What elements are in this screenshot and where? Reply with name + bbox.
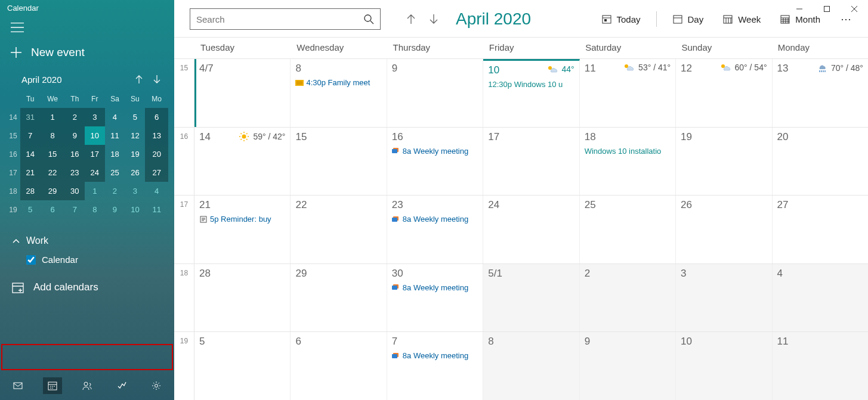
day-cell[interactable]: 18Windows 10 installatio bbox=[580, 128, 676, 196]
day-view-button[interactable]: Day bbox=[666, 11, 710, 27]
mini-cal-day[interactable]: 22 bbox=[40, 163, 64, 182]
mini-cal-day[interactable]: 28 bbox=[20, 182, 40, 200]
mini-cal-day[interactable]: 30 bbox=[65, 182, 85, 200]
next-period-button[interactable] bbox=[425, 11, 443, 27]
calendar-checkbox-row[interactable]: Calendar bbox=[10, 250, 174, 269]
search-box[interactable] bbox=[190, 8, 381, 30]
mini-cal-day[interactable]: 8 bbox=[85, 200, 104, 219]
mini-cal-day[interactable]: 11 bbox=[145, 200, 168, 219]
day-cell[interactable]: 308a Weekly meeting bbox=[387, 264, 483, 332]
calendar-event[interactable]: 8a Weekly meeting bbox=[392, 215, 478, 224]
mini-cal-day[interactable]: 10 bbox=[85, 126, 104, 145]
people-button[interactable] bbox=[78, 377, 97, 394]
day-cell[interactable]: 9 bbox=[387, 59, 483, 127]
hamburger-button[interactable] bbox=[0, 16, 174, 38]
mini-cal-day[interactable]: 4 bbox=[145, 182, 168, 200]
mini-cal-day[interactable]: 2 bbox=[65, 108, 85, 126]
mini-cal-day[interactable]: 19 bbox=[125, 145, 145, 163]
mini-cal-day[interactable]: 3 bbox=[125, 182, 145, 200]
mini-cal-day[interactable]: 2 bbox=[105, 182, 125, 200]
mini-cal-day[interactable]: 1 bbox=[85, 182, 104, 200]
day-cell[interactable]: 29 bbox=[291, 264, 387, 332]
prev-period-button[interactable] bbox=[402, 11, 420, 27]
mini-cal-day[interactable]: 11 bbox=[105, 126, 125, 145]
mini-cal-day[interactable]: 16 bbox=[65, 145, 85, 163]
day-cell[interactable]: 22 bbox=[291, 196, 387, 263]
day-cell[interactable]: 3 bbox=[676, 264, 772, 332]
day-cell[interactable]: 20 bbox=[773, 128, 868, 196]
mini-cal-day[interactable]: 14 bbox=[20, 145, 40, 163]
mini-cal-day[interactable]: 6 bbox=[40, 200, 64, 219]
day-cell[interactable]: 28 bbox=[194, 264, 291, 332]
mini-cal-day[interactable]: 21 bbox=[20, 163, 40, 182]
new-event-button[interactable]: New event bbox=[0, 38, 174, 70]
day-cell[interactable]: 24 bbox=[483, 196, 579, 263]
mini-cal-day[interactable]: 5 bbox=[125, 108, 145, 126]
day-cell[interactable]: 9 bbox=[580, 332, 676, 400]
mini-cal-day[interactable]: 8 bbox=[40, 126, 64, 145]
day-cell[interactable]: 25 bbox=[580, 196, 676, 263]
mini-cal-day[interactable]: 4 bbox=[105, 108, 125, 126]
mini-cal-day[interactable]: 31 bbox=[20, 108, 40, 126]
mini-cal-day[interactable]: 7 bbox=[20, 126, 40, 145]
mini-cal-day[interactable]: 25 bbox=[105, 163, 125, 182]
mini-cal-day[interactable]: 3 bbox=[85, 108, 104, 126]
mini-cal-day[interactable]: 1 bbox=[40, 108, 64, 126]
mini-cal-day[interactable]: 6 bbox=[145, 108, 168, 126]
calendar-checkbox[interactable] bbox=[26, 255, 36, 265]
day-cell[interactable]: 27 bbox=[773, 196, 868, 263]
mini-cal-day[interactable]: 26 bbox=[125, 163, 145, 182]
mail-button[interactable] bbox=[8, 377, 27, 394]
maximize-button[interactable] bbox=[813, 0, 841, 18]
add-calendars-button[interactable]: Add calendars bbox=[2, 275, 172, 299]
settings-button[interactable] bbox=[147, 377, 166, 394]
day-cell[interactable]: 2 bbox=[580, 264, 676, 332]
day-cell[interactable]: 11 bbox=[773, 332, 868, 400]
mini-cal-day[interactable]: 9 bbox=[105, 200, 125, 219]
mini-cal-day[interactable]: 18 bbox=[105, 145, 125, 163]
mini-calendar[interactable]: TuWeThFrSaSuMo14311234561578910111213161… bbox=[0, 91, 174, 219]
close-button[interactable] bbox=[841, 0, 868, 18]
calendar-event[interactable]: Windows 10 installatio bbox=[585, 147, 671, 156]
mini-cal-day[interactable]: 17 bbox=[85, 145, 104, 163]
day-cell[interactable]: 5 bbox=[194, 332, 291, 400]
mini-cal-prev[interactable] bbox=[130, 72, 148, 86]
mini-cal-day[interactable]: 15 bbox=[40, 145, 64, 163]
mini-cal-day[interactable]: 10 bbox=[125, 200, 145, 219]
mini-cal-day[interactable]: 13 bbox=[145, 126, 168, 145]
day-cell[interactable]: 10 bbox=[676, 332, 772, 400]
week-view-button[interactable]: Week bbox=[716, 11, 767, 27]
mini-cal-day[interactable]: 20 bbox=[145, 145, 168, 163]
calendar-event[interactable]: 5p Reminder: buy bbox=[199, 215, 285, 224]
day-cell[interactable]: 1370° / 48° bbox=[773, 59, 868, 127]
calendar-event[interactable]: 8a Weekly meeting bbox=[392, 283, 478, 292]
day-cell[interactable]: 1153° / 41° bbox=[580, 59, 676, 127]
mini-cal-day[interactable]: 7 bbox=[65, 200, 85, 219]
account-toggle[interactable]: Work bbox=[10, 232, 174, 250]
mini-cal-day[interactable]: 5 bbox=[20, 200, 40, 219]
day-cell[interactable]: 238a Weekly meeting bbox=[387, 196, 483, 263]
day-cell[interactable]: 215p Reminder: buy bbox=[194, 196, 291, 263]
calendar-event[interactable]: 12:30p Windows 10 u bbox=[488, 80, 574, 89]
day-cell[interactable]: 26 bbox=[676, 196, 772, 263]
day-cell[interactable]: 17 bbox=[483, 128, 579, 196]
day-cell[interactable]: 4/7 bbox=[194, 59, 291, 127]
mini-cal-day[interactable]: 27 bbox=[145, 163, 168, 182]
day-cell[interactable]: 168a Weekly meeting bbox=[387, 128, 483, 196]
day-cell[interactable]: 19 bbox=[676, 128, 772, 196]
minimize-button[interactable] bbox=[786, 0, 813, 18]
day-cell[interactable]: 4 bbox=[773, 264, 868, 332]
mini-cal-next[interactable] bbox=[148, 72, 166, 86]
today-button[interactable]: Today bbox=[595, 11, 647, 27]
day-cell[interactable]: 1044°12:30p Windows 10 u bbox=[483, 59, 579, 127]
mini-cal-day[interactable]: 29 bbox=[40, 182, 64, 200]
mini-cal-day[interactable]: 24 bbox=[85, 163, 104, 182]
day-cell[interactable]: 1260° / 54° bbox=[676, 59, 772, 127]
day-cell[interactable]: 8 bbox=[483, 332, 579, 400]
mini-cal-day[interactable]: 12 bbox=[125, 126, 145, 145]
day-cell[interactable]: 84:30p Family meet bbox=[291, 59, 387, 127]
calendar-event[interactable]: 4:30p Family meet bbox=[295, 78, 381, 87]
search-input[interactable] bbox=[196, 14, 363, 24]
day-cell[interactable]: 5/1 bbox=[483, 264, 579, 332]
day-cell[interactable]: 15 bbox=[291, 128, 387, 196]
